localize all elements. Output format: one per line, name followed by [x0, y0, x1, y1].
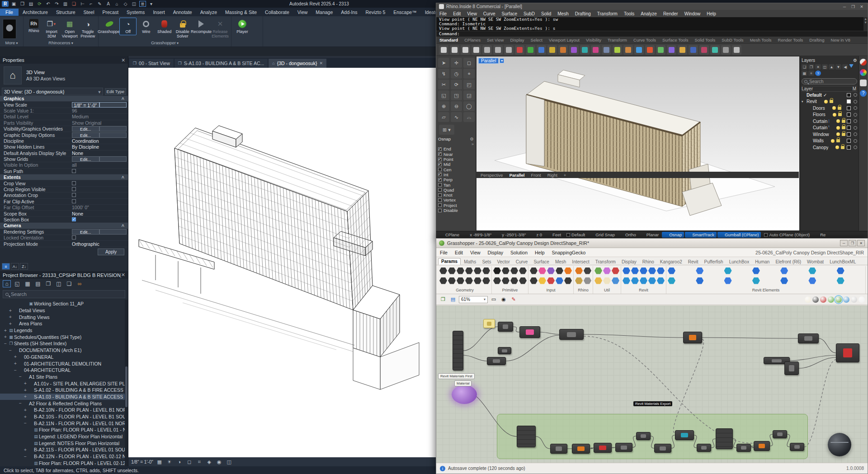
gear-icon[interactable]: ⚙	[853, 58, 857, 63]
toolbar-tab[interactable]: Curve Tools	[630, 38, 659, 42]
model-line-icon[interactable]: ✎	[96, 1, 103, 7]
command-history[interactable]: View point ( NE NW SE SW ZoomExtents=Yes…	[436, 17, 868, 31]
property-row[interactable]: Detail Level Medium	[0, 114, 128, 120]
open-viewport-button[interactable]: ▦Open Viewport	[61, 18, 79, 40]
tree-item[interactable]: − DOCUMENTATION (Arch E1)	[0, 347, 128, 354]
toolbar-icon[interactable]	[569, 45, 579, 55]
worksharing-icon[interactable]: ◫	[226, 459, 233, 465]
component-icon[interactable]	[623, 277, 630, 284]
disable-solver-button[interactable]: Disable Solver	[174, 18, 191, 40]
component-icon[interactable]	[482, 268, 490, 274]
layer-color-swatch[interactable]	[847, 119, 851, 123]
zoom-selection-icon[interactable]: ◱	[13, 280, 21, 287]
component-icon[interactable]	[603, 277, 611, 284]
ribbon-tab[interactable]: Analyze	[196, 9, 221, 16]
component-icon[interactable]	[668, 277, 675, 284]
sun-path-icon[interactable]: ☀	[166, 459, 173, 465]
duplicate-layer-icon[interactable]: ◫	[822, 64, 828, 70]
osnap-toggle[interactable]: Project	[438, 203, 474, 208]
properties-header[interactable]: Properties✕	[0, 56, 128, 64]
component-tab[interactable]: Display	[619, 259, 639, 265]
menu-item[interactable]: SubD	[520, 11, 538, 16]
layer-color-swatch[interactable]	[847, 113, 851, 117]
osnap-toggle[interactable]: Tan	[438, 182, 474, 187]
layer-color-swatch[interactable]	[847, 99, 851, 103]
layer-color-swatch[interactable]	[847, 93, 851, 97]
display-toggle-icon[interactable]	[843, 296, 849, 303]
component-icon[interactable]	[510, 277, 518, 284]
component-tab[interactable]: Surface	[531, 259, 552, 265]
display-toggle-icon[interactable]	[851, 296, 857, 303]
toolbar-icon[interactable]	[602, 45, 611, 55]
sync-icon[interactable]: ⟳	[36, 1, 43, 7]
undo-icon[interactable]: ↶	[45, 1, 52, 7]
component-icon[interactable]	[724, 268, 732, 274]
osnap-toggle[interactable]: Vertex	[438, 197, 474, 202]
viewport-tab-active[interactable]: Parallel	[509, 173, 525, 178]
move-up-icon[interactable]: ▲	[829, 64, 835, 70]
panel-caption[interactable]: Grasshopper	[99, 40, 231, 47]
checkbox[interactable]	[438, 178, 442, 182]
menu-item[interactable]: View	[467, 250, 484, 255]
graph-node[interactable]	[784, 361, 799, 375]
ribbon-tab[interactable]: Architecture	[19, 9, 52, 16]
lock-icon[interactable]	[838, 113, 842, 116]
checkbox[interactable]	[438, 147, 442, 151]
checkbox[interactable]	[438, 203, 442, 207]
tag-icon[interactable]: ◇	[122, 1, 129, 7]
viewport-tab-add[interactable]: +	[564, 173, 566, 178]
ribbon-tab[interactable]: Massing & Site	[221, 9, 261, 16]
toolbar-tab[interactable]: Mesh Tools	[747, 38, 775, 42]
component-icon[interactable]	[465, 268, 473, 274]
status-toggle[interactable]: Auto CPlane (Object)	[762, 232, 812, 237]
component-tab[interactable]: Curve	[513, 259, 531, 265]
tree-item[interactable]: + B-A2.10N - FLOOR PLAN - LEVEL B1 NORTH	[0, 407, 128, 413]
osnap-toggle[interactable]: Quad	[438, 188, 474, 192]
viewport-tab[interactable]: Perspective	[481, 173, 503, 178]
material-icon[interactable]	[854, 132, 857, 136]
graph-node[interactable]	[754, 441, 770, 451]
component-tab[interactable]: Transform	[593, 259, 618, 265]
component-icon[interactable]	[696, 268, 703, 274]
checkbox[interactable]	[438, 183, 442, 187]
toolbar-tab[interactable]: Solid Tools	[691, 38, 718, 42]
component-icon[interactable]	[640, 268, 647, 274]
toolbar-icon[interactable]	[526, 45, 535, 55]
menu-item[interactable]: Window	[681, 11, 704, 16]
property-row[interactable]: Default Analysis Display Style None	[0, 150, 128, 156]
osnap-header[interactable]: Osnap⚙	[438, 136, 474, 141]
component-tab[interactable]: Wombat	[804, 259, 826, 265]
component-icon[interactable]	[556, 268, 563, 274]
component-icon[interactable]	[547, 277, 555, 284]
property-row[interactable]: Graphics	[0, 96, 128, 102]
visibility-bulb-icon[interactable]	[824, 100, 828, 103]
toolbar-icon[interactable]	[439, 45, 448, 55]
material-icon[interactable]	[854, 145, 857, 149]
zoom-level-select[interactable]: 61%	[459, 296, 488, 303]
layer-color-swatch[interactable]	[847, 126, 851, 130]
tree-item[interactable]: − A2 Floor & Reflected Ceiling Plans	[0, 400, 128, 407]
component-icon[interactable]	[612, 277, 619, 284]
ribbon-tab[interactable]: Structure	[52, 9, 80, 16]
layer-row[interactable]: ▾ Revit ✓	[802, 99, 857, 105]
checkbox[interactable]	[438, 158, 442, 161]
print-icon[interactable]: ▥	[62, 1, 69, 7]
component-tab[interactable]: Pufferfish	[702, 259, 726, 265]
revit-3d-canvas[interactable]	[128, 68, 437, 457]
component-icon[interactable]	[530, 268, 538, 274]
toolbar-icon[interactable]	[699, 45, 709, 55]
toolbar-icon[interactable]	[493, 45, 503, 55]
status-toggle[interactable]: Planar	[639, 232, 661, 237]
rhino-button[interactable]: RhRhino	[25, 18, 42, 34]
display-toggle-icon[interactable]	[828, 296, 834, 303]
close-icon[interactable]: ✕	[857, 240, 865, 246]
checkbox[interactable]	[438, 173, 442, 176]
type-selector-preview[interactable]: ⌂ 3D ViewA9 3D Axon Views	[0, 64, 128, 87]
osnap-toggle[interactable]: End	[438, 146, 474, 151]
dimension-icon[interactable]: ⌐	[88, 1, 94, 7]
graph-node[interactable]	[453, 331, 463, 371]
toolbar-icon[interactable]	[634, 45, 644, 55]
selection-tool-icon[interactable]: ▭	[490, 296, 498, 303]
move-down-icon[interactable]: ▼	[835, 64, 841, 70]
toolbar-icon[interactable]	[623, 45, 633, 55]
